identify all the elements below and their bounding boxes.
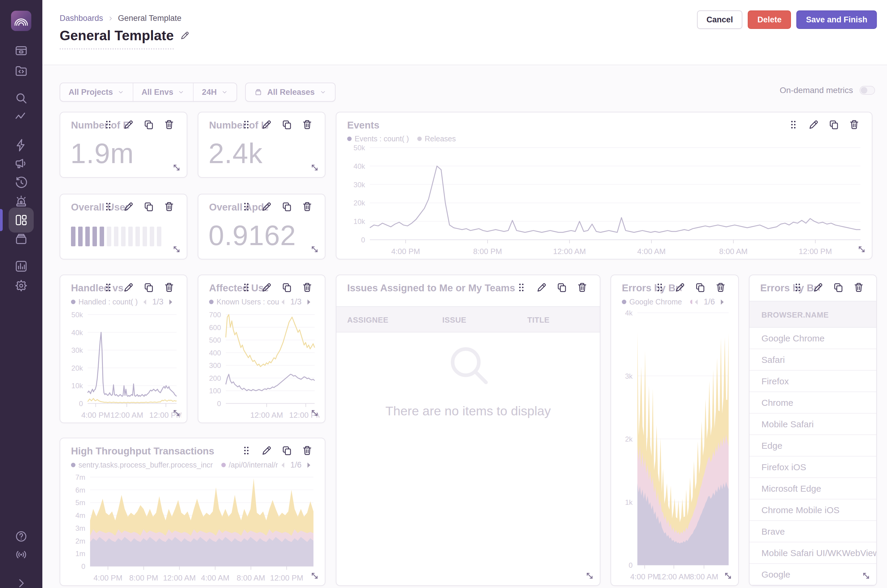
misery-bar	[100, 226, 104, 246]
resize-handle[interactable]	[171, 408, 182, 418]
edit-widget-button[interactable]	[536, 282, 547, 293]
misery-bar	[121, 226, 126, 246]
browser-name-cell: Chrome	[761, 398, 793, 408]
widget-drag-handle[interactable]	[103, 119, 114, 130]
edit-widget-button[interactable]	[261, 119, 272, 130]
edit-widget-button[interactable]	[123, 201, 134, 212]
projects-filter[interactable]: All Projects	[60, 83, 133, 101]
delete-widget-button[interactable]	[164, 119, 175, 130]
delete-widget-button[interactable]	[853, 282, 864, 293]
help-icon	[15, 530, 28, 543]
resize-handle[interactable]	[861, 570, 872, 581]
resize-handle[interactable]	[856, 244, 867, 255]
next-page-button[interactable]	[304, 298, 313, 306]
environments-filter[interactable]: All Envs	[133, 83, 193, 101]
sentry-logo[interactable]	[11, 11, 31, 31]
duplicate-widget-button[interactable]	[281, 282, 293, 293]
next-page-button[interactable]	[304, 460, 313, 470]
delete-widget-button[interactable]	[715, 282, 726, 293]
duplicate-widget-button[interactable]	[281, 201, 293, 212]
sidebar-item-collapse[interactable]	[9, 571, 34, 588]
widget-title: High Throughput Transactions	[71, 446, 268, 457]
delete-widget-button[interactable]	[302, 201, 313, 212]
duplicate-widget-button[interactable]	[281, 445, 293, 456]
resize-handle[interactable]	[309, 570, 320, 581]
resize-handle[interactable]	[309, 244, 320, 255]
edit-widget-button[interactable]	[261, 201, 272, 212]
resize-handle[interactable]	[309, 408, 320, 418]
delete-widget-button[interactable]	[164, 201, 175, 212]
edit-widget-button[interactable]	[261, 445, 272, 456]
on-demand-metrics-toggle[interactable]	[860, 86, 875, 95]
sidebar-item-broadcast[interactable]	[9, 542, 34, 567]
table-row: Google	[749, 564, 876, 585]
resize-icon	[584, 570, 595, 581]
time-period-filter[interactable]: 24H	[193, 83, 237, 101]
breadcrumb-dashboards-link[interactable]: Dashboards	[60, 14, 103, 23]
previous-page-button[interactable]	[141, 298, 150, 306]
next-page-button[interactable]	[717, 298, 726, 306]
delete-widget-button[interactable]	[302, 119, 313, 130]
widget-drag-handle[interactable]	[103, 201, 114, 212]
legend-dot	[209, 300, 213, 304]
edit-widget-button[interactable]	[812, 282, 824, 293]
edit-widget-button[interactable]	[808, 119, 819, 130]
resize-handle[interactable]	[584, 570, 595, 581]
previous-page-button[interactable]	[692, 298, 701, 306]
duplicate-widget-button[interactable]	[556, 282, 567, 293]
duplicate-widget-button[interactable]	[281, 119, 293, 130]
delete-widget-button[interactable]	[576, 282, 588, 293]
edit-widget-button[interactable]	[674, 282, 686, 293]
edit-widget-button[interactable]	[123, 119, 134, 130]
pencil-icon	[674, 282, 686, 293]
duplicate-widget-button[interactable]	[143, 119, 155, 130]
widget-drag-handle[interactable]	[516, 282, 527, 293]
sidebar-item-settings[interactable]	[9, 273, 34, 298]
y-tick-label: 500	[209, 336, 221, 344]
delete-widget-button[interactable]	[164, 282, 175, 293]
sentry-logo-icon	[15, 14, 28, 27]
edit-widget-button[interactable]	[261, 282, 272, 293]
duplicate-widget-button[interactable]	[143, 282, 155, 293]
resize-handle[interactable]	[723, 570, 733, 581]
delete-widget-button[interactable]	[848, 119, 860, 130]
widget-drag-handle[interactable]	[792, 282, 803, 293]
widget-drag-handle[interactable]	[103, 282, 114, 293]
resize-handle[interactable]	[309, 162, 320, 173]
widget-drag-handle[interactable]	[241, 445, 252, 456]
duplicate-widget-button[interactable]	[828, 119, 840, 130]
caret-left-icon	[141, 298, 150, 306]
resize-handle[interactable]	[171, 162, 182, 173]
releases-filter[interactable]: All Releases	[245, 82, 336, 102]
widget-drag-handle[interactable]	[241, 282, 252, 293]
next-page-button[interactable]	[166, 298, 175, 306]
duplicate-widget-button[interactable]	[143, 201, 155, 212]
widget-drag-handle[interactable]	[241, 201, 252, 212]
trash-icon	[715, 282, 726, 293]
save-and-finish-button[interactable]: Save and Finish	[796, 10, 877, 29]
widget-drag-handle[interactable]	[241, 119, 252, 130]
edit-widget-button[interactable]	[123, 282, 134, 293]
duplicate-widget-button[interactable]	[833, 282, 844, 293]
cancel-button[interactable]: Cancel	[697, 10, 743, 29]
duplicate-widget-button[interactable]	[695, 282, 706, 293]
edit-title-pencil-icon[interactable]	[180, 30, 190, 40]
delete-button[interactable]: Delete	[748, 10, 791, 29]
resize-handle[interactable]	[171, 244, 182, 255]
previous-page-button[interactable]	[279, 460, 288, 470]
legend-dot	[71, 463, 75, 467]
delete-widget-button[interactable]	[302, 445, 313, 456]
replays-icon	[14, 176, 28, 190]
misery-bar	[107, 226, 111, 246]
widget-drag-handle[interactable]	[654, 282, 665, 293]
copy-icon	[143, 201, 155, 212]
previous-page-button[interactable]	[279, 298, 288, 306]
widget-drag-handle[interactable]	[788, 119, 799, 130]
search-icon	[443, 339, 494, 390]
sidebar-item-performance[interactable]	[9, 104, 34, 129]
sidebar-item-projects[interactable]	[9, 58, 34, 83]
delete-widget-button[interactable]	[302, 282, 313, 293]
resize-icon	[856, 244, 867, 255]
performance-icon	[14, 110, 28, 124]
sidebar-item-releases[interactable]	[9, 226, 34, 251]
